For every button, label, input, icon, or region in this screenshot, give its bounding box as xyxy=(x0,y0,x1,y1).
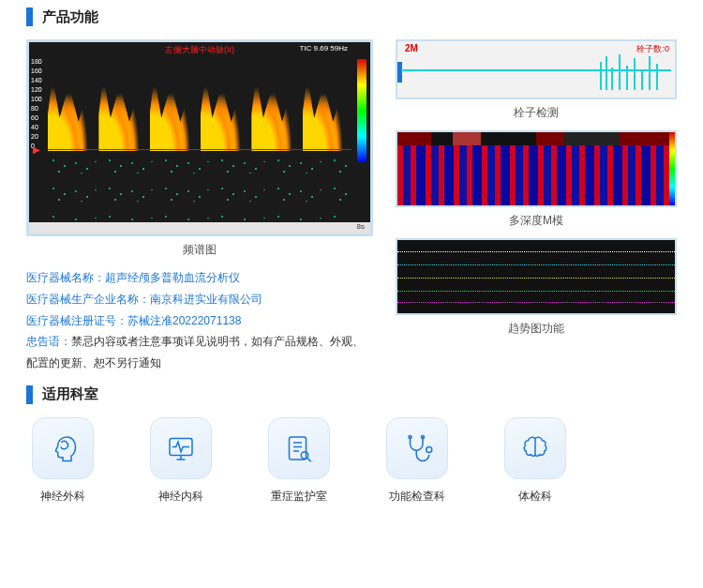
spectrum-waves xyxy=(48,68,350,151)
trend-image xyxy=(396,238,677,315)
spectrum-baseline xyxy=(48,149,352,150)
emboli-image: 2M 栓子数:0 xyxy=(396,39,677,99)
colorbar xyxy=(357,59,366,162)
section-header-features: 产品功能 xyxy=(26,8,677,26)
accent-bar xyxy=(26,385,33,404)
accent-bar xyxy=(26,8,33,26)
figure-spectrum: 左侧大脑中动脉(II) TIC 9.69 59Hz 18016014012010… xyxy=(26,39,373,258)
spectrum-right-label: TIC 9.69 59Hz xyxy=(299,44,348,53)
section-title-departments: 适用科室 xyxy=(42,385,98,403)
svg-point-2 xyxy=(301,452,308,460)
spectrum-y-axis: 180160140120100806040200 xyxy=(31,57,42,151)
info-line-1: 医疗器械名称：超声经颅多普勒血流分析仪 xyxy=(26,267,373,289)
mmode-image xyxy=(396,130,677,207)
spectrum-footer-right: 8s xyxy=(357,222,365,231)
dept-label: 神经内科 xyxy=(144,489,217,505)
emboli-spikes xyxy=(598,53,666,90)
spectrum-image: 左侧大脑中动脉(II) TIC 9.69 59Hz 18016014012010… xyxy=(26,39,373,236)
departments-row: 神经外科 神经内科 重症监护室 xyxy=(26,417,677,505)
info-line-2: 医疗器械生产企业名称：南京科进实业有限公司 xyxy=(26,289,373,310)
brain-icon xyxy=(504,417,566,479)
section-title-features: 产品功能 xyxy=(42,8,98,26)
figure-emboli: 2M 栓子数:0 栓子检测 xyxy=(396,39,677,121)
caption-spectrum: 频谱图 xyxy=(26,242,373,258)
section-header-departments: 适用科室 xyxy=(26,385,677,404)
svg-point-3 xyxy=(426,446,432,452)
dept-item: 体检科 xyxy=(499,417,572,505)
dept-item: 神经外科 xyxy=(26,417,99,505)
caption-emboli: 栓子检测 xyxy=(396,105,677,121)
stethoscope-icon xyxy=(386,417,448,479)
dept-label: 功能检查科 xyxy=(381,489,454,505)
dept-label: 神经外科 xyxy=(26,489,99,505)
dept-item: 重症监护室 xyxy=(262,417,336,505)
info-line-3: 医疗器械注册证号：苏械注准20222071138 xyxy=(26,310,373,332)
device-info-block: 医疗器械名称：超声经颅多普勒血流分析仪 医疗器械生产企业名称：南京科进实业有限公… xyxy=(26,267,373,374)
dept-item: 神经内科 xyxy=(144,417,217,505)
info-line-4: 忠告语：禁忌内容或者注意事项详见说明书，如有产品规格、外观、配置的更新、恕不另行… xyxy=(26,331,373,374)
dept-item: 功能检查科 xyxy=(381,417,454,505)
emboli-marker xyxy=(397,62,402,83)
svg-rect-1 xyxy=(290,437,307,460)
caption-trend: 趋势图功能 xyxy=(396,321,677,337)
spectrum-footer: 8s xyxy=(29,222,370,234)
brain-head-icon xyxy=(32,417,94,479)
spectrum-inner-title: 左侧大脑中动脉(II) xyxy=(165,44,234,56)
features-row: 左侧大脑中动脉(II) TIC 9.69 59Hz 18016014012010… xyxy=(26,39,677,374)
figure-mmode: 多深度M模 xyxy=(396,130,677,229)
caption-mmode: 多深度M模 xyxy=(396,213,677,229)
spectrum-noise xyxy=(48,155,350,220)
dept-label: 重症监护室 xyxy=(262,489,336,505)
clipboard-search-icon xyxy=(268,417,330,479)
figure-trend: 趋势图功能 xyxy=(396,238,677,337)
ecg-monitor-icon xyxy=(150,417,212,479)
arrow-icon: ▶ xyxy=(33,144,40,155)
dept-label: 体检科 xyxy=(499,489,572,505)
emboli-left-label: 2M xyxy=(405,43,418,53)
